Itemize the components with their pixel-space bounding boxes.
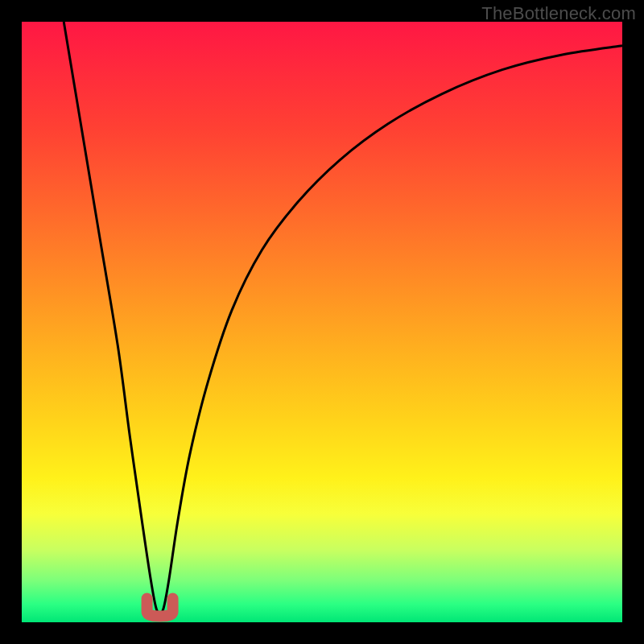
optimal-marker-path — [147, 599, 173, 617]
chart-plot-area — [22, 22, 622, 622]
watermark-text: TheBottleneck.com — [481, 3, 636, 24]
optimal-marker — [22, 22, 622, 622]
chart-frame: TheBottleneck.com — [0, 0, 644, 644]
